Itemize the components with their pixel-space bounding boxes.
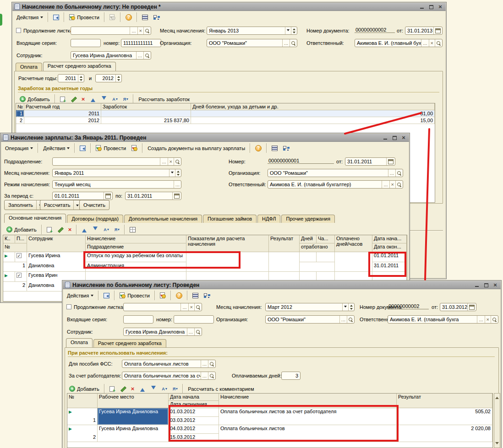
- month-spinner[interactable]: [291, 27, 297, 34]
- copy-row-button[interactable]: +: [58, 96, 67, 103]
- sort-desc-button[interactable]: Я: [121, 96, 131, 103]
- tab-additional-accruals[interactable]: Дополнительные начисления: [124, 215, 202, 223]
- move-down-button[interactable]: [90, 226, 100, 233]
- employer-field[interactable]: Оплата больничных листов за счет ...: [122, 372, 216, 380]
- tab-average-earnings[interactable]: Расчет среднего заработка: [43, 62, 116, 71]
- move-down-button[interactable]: [99, 95, 109, 103]
- choose-button[interactable]: ...: [136, 52, 143, 59]
- close-button[interactable]: ×: [400, 135, 407, 140]
- doc-date-field[interactable]: 31.03.2012: [440, 303, 476, 311]
- dropdown-button[interactable]: [169, 169, 175, 177]
- edit-row-button[interactable]: [68, 96, 78, 103]
- choose-button[interactable]: ...: [201, 360, 208, 367]
- continuation-field[interactable]: ... ×: [71, 27, 151, 35]
- calculate-button[interactable]: Рассчитать: [40, 200, 83, 210]
- date-field[interactable]: 31.01.2011: [345, 157, 395, 166]
- vertical-scrollbar[interactable]: [494, 393, 500, 448]
- choose-button[interactable]: ...: [382, 181, 389, 188]
- move-up-button[interactable]: [79, 226, 89, 233]
- col-p[interactable]: П...: [15, 235, 27, 243]
- employee-field[interactable]: Гусева Ирина Даниловна ...: [71, 51, 151, 59]
- navigate-button[interactable]: [77, 145, 88, 152]
- actions-menu-button[interactable]: Действия: [65, 292, 96, 299]
- year2-spinner[interactable]: [115, 75, 121, 82]
- structure-button[interactable]: [151, 14, 162, 21]
- list-settings-button[interactable]: [140, 14, 150, 21]
- open-button[interactable]: [290, 39, 297, 47]
- minimize-button[interactable]: [419, 4, 425, 10]
- tab-main-accruals[interactable]: Основные начисления: [4, 214, 66, 223]
- maximize-button[interactable]: [391, 135, 398, 140]
- month-combo[interactable]: Март 2012: [265, 303, 355, 311]
- actions-menu-button[interactable]: Действия: [14, 14, 45, 21]
- col-date-end[interactable]: Дата окон...: [372, 243, 407, 252]
- org-field[interactable]: ООО "Ромашки" ...: [265, 315, 355, 324]
- doc-date-field[interactable]: 31.01.2013: [405, 27, 443, 35]
- delete-row-button[interactable]: ×: [66, 226, 74, 233]
- choose-button[interactable]: ...: [477, 316, 484, 323]
- org-field[interactable]: ООО "Ромашки" ...: [268, 169, 403, 177]
- choose-button[interactable]: ...: [180, 303, 188, 311]
- list-settings-button[interactable]: [190, 292, 201, 299]
- col-year[interactable]: Расчетный год: [24, 103, 101, 110]
- col-accrual[interactable]: Начисление: [219, 394, 397, 408]
- sort-asc-button[interactable]: А: [101, 227, 111, 233]
- calendar-button[interactable]: [467, 303, 476, 311]
- period-from-field[interactable]: 01.01.2011: [52, 192, 113, 200]
- sort-desc-button[interactable]: Я: [170, 386, 180, 392]
- col-hours[interactable]: Ча...: [317, 235, 335, 243]
- continuation-checkbox[interactable]: [66, 304, 71, 309]
- org-field[interactable]: ООО "Ромашки" ...: [207, 39, 297, 47]
- table-row[interactable]: 2 2012 215 837,80 15,00: [16, 117, 435, 124]
- help-button[interactable]: ?: [253, 144, 264, 152]
- month-spinner[interactable]: [175, 169, 181, 177]
- dropdown-button[interactable]: [342, 303, 348, 311]
- choose-button[interactable]: ...: [187, 328, 194, 335]
- mode-field[interactable]: Текущий месяц ...: [52, 180, 181, 189]
- operation-menu-button[interactable]: Операция: [3, 145, 35, 152]
- col-num[interactable]: №: [67, 394, 98, 408]
- choose-button[interactable]: ...: [282, 39, 290, 47]
- series-field[interactable]: [123, 315, 153, 324]
- incoming-number-field[interactable]: 111111111111: [121, 39, 161, 47]
- clear-button[interactable]: ×: [137, 27, 143, 34]
- clear-button[interactable]: ×: [389, 181, 395, 188]
- col-workplace[interactable]: Рабочее место: [98, 394, 169, 408]
- paid-days-field[interactable]: 3: [281, 372, 301, 380]
- unpost-button[interactable]: [107, 13, 118, 21]
- open-button[interactable]: [395, 169, 403, 177]
- calendar-button[interactable]: [104, 192, 112, 200]
- actions-menu-button[interactable]: Действия: [41, 145, 72, 152]
- calendar-button[interactable]: [386, 158, 395, 165]
- col-result[interactable]: Результат: [269, 235, 300, 252]
- post-button[interactable]: Провести: [93, 144, 128, 152]
- choose-button[interactable]: ...: [388, 169, 395, 177]
- responsible-field[interactable]: Акимова Е. И. (главный бухга ... ×: [388, 315, 498, 324]
- table-row[interactable]: 1 2011 31,00: [16, 110, 435, 117]
- post-button[interactable]: Провести: [117, 291, 152, 299]
- tab-payment[interactable]: Оплата: [16, 63, 42, 71]
- table-settings-button[interactable]: [127, 226, 138, 233]
- post-button[interactable]: Провести: [67, 13, 102, 21]
- open-button[interactable]: [208, 372, 215, 379]
- unpost-button[interactable]: [158, 291, 168, 299]
- open-button[interactable]: [143, 52, 151, 59]
- open-button[interactable]: [208, 360, 215, 367]
- list-settings-button[interactable]: [269, 145, 280, 152]
- col-paid[interactable]: Оплачено дней/часов: [335, 235, 372, 252]
- col-worked[interactable]: отработано: [300, 243, 335, 252]
- titlebar[interactable]: Начисление по больничному листу: Не пров…: [12, 3, 446, 11]
- col-date-start[interactable]: Дата начала: [169, 394, 219, 401]
- col-date-end[interactable]: Дата окончания: [169, 401, 219, 408]
- table-row[interactable]: ▶✓ 1 Гусева Ирина Даниловна Отпуск по ух…: [3, 252, 407, 272]
- tab-average-earnings[interactable]: Расчет среднего заработка: [93, 339, 166, 347]
- col-date-start[interactable]: Дата нача...: [372, 235, 407, 243]
- employee-field[interactable]: Гусева Ирина Даниловна ...: [123, 328, 202, 336]
- move-down-button[interactable]: [148, 385, 159, 393]
- tab-payment[interactable]: Оплата: [66, 338, 93, 347]
- calc-earnings-button[interactable]: Рассчитать заработок: [136, 96, 192, 103]
- col-indicators[interactable]: Показатели для расчета начисления: [186, 235, 269, 252]
- col-result[interactable]: Результат: [397, 394, 492, 408]
- fss-field[interactable]: Оплата больничных листов ...: [122, 360, 216, 368]
- col-accrual[interactable]: Начисление: [86, 235, 186, 243]
